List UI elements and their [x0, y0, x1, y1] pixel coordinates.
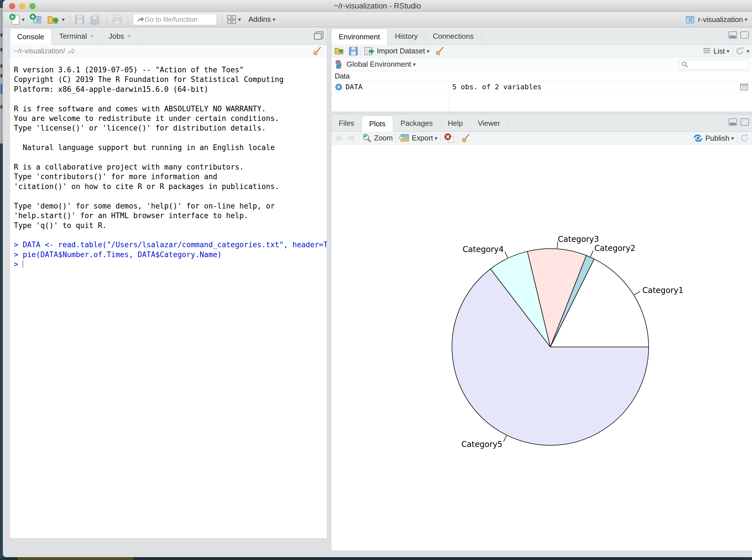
tab-packages-label: Packages [401, 115, 433, 132]
new-file-caret-icon: ▾ [22, 16, 25, 23]
console-output-line: Type 'contributors()' for more informati… [14, 172, 327, 181]
environment-section-header: Data [331, 71, 752, 81]
environment-scope-label[interactable]: Global Environment [347, 60, 411, 69]
toolbar-separator [361, 47, 361, 56]
console-output-line [14, 153, 327, 162]
toolbar-separator [106, 15, 107, 25]
view-table-icon[interactable] [740, 83, 748, 91]
tab-environment[interactable]: Environment [331, 28, 388, 45]
goto-file-box[interactable] [133, 14, 217, 25]
import-dataset-button[interactable]: Import Dataset ▾ [364, 46, 430, 56]
plots-pane: Files Plots Packages Help Viewer [331, 114, 752, 552]
new-project-button[interactable]: R [28, 13, 43, 26]
tab-viewer[interactable]: Viewer [470, 115, 508, 132]
console-output[interactable]: R version 3.6.1 (2019-07-05) -- "Action … [9, 58, 327, 539]
background-selection-fragment [1, 84, 2, 94]
publish-label[interactable]: Publish [705, 134, 729, 143]
console-maximize-icon[interactable] [314, 32, 323, 40]
save-button[interactable] [74, 13, 86, 26]
tab-terminal-close-icon[interactable]: × [90, 33, 94, 40]
print-button[interactable] [110, 13, 124, 26]
tab-jobs-close-icon[interactable]: × [127, 33, 131, 40]
next-plot-button[interactable] [347, 134, 356, 142]
export-icon [399, 134, 409, 143]
pie-chart: Category1Category2Category3Category4Cate… [331, 145, 752, 551]
tab-connections[interactable]: Connections [425, 28, 481, 44]
remove-plot-button[interactable] [444, 133, 455, 143]
pane-layout-button[interactable]: ▾ [226, 13, 242, 26]
export-caret-icon: ▾ [435, 135, 438, 142]
tab-console[interactable]: Console [9, 28, 52, 45]
tab-history[interactable]: History [388, 28, 425, 44]
tab-environment-label: Environment [339, 28, 380, 45]
save-workspace-button[interactable] [349, 47, 358, 56]
list-view-label[interactable]: List [713, 47, 725, 56]
clear-plots-button[interactable] [461, 133, 471, 143]
previous-plot-button[interactable] [334, 134, 344, 142]
plots-minimize-icon[interactable] [729, 118, 737, 126]
list-view-icon [703, 47, 711, 55]
console-output-line [14, 94, 327, 104]
clear-console-button[interactable] [312, 46, 322, 56]
console-output-line: Type 'q()' to quit R. [14, 221, 327, 230]
background-fragment [1, 33, 2, 37]
toolbar-separator [737, 134, 737, 143]
refresh-plot-button[interactable] [740, 134, 749, 143]
titlebar[interactable]: ~/r-visualization - RStudio [3, 0, 752, 12]
refresh-caret-icon[interactable]: ▾ [747, 48, 749, 55]
export-plot-button[interactable]: Export ▾ [399, 134, 437, 143]
environment-search-input[interactable] [689, 61, 743, 69]
tab-plots[interactable]: Plots [362, 116, 393, 132]
goto-directory-icon[interactable] [68, 47, 76, 55]
zoom-plot-button[interactable]: Zoom [362, 133, 393, 143]
publish-caret-icon[interactable]: ▾ [731, 135, 734, 142]
expand-object-icon[interactable] [335, 83, 343, 91]
addins-button[interactable]: Addins ▾ [245, 13, 277, 26]
tab-help[interactable]: Help [441, 115, 470, 132]
console-output-line: 'help.start()' for an HTML browser inter… [14, 211, 327, 220]
goto-file-input[interactable] [145, 16, 210, 23]
object-name: DATA [345, 83, 362, 91]
new-file-icon [9, 14, 20, 25]
environment-scope-caret-icon[interactable]: ▾ [413, 61, 415, 68]
tab-jobs[interactable]: Jobs × [101, 28, 139, 44]
pie-label-category3: Category3 [558, 235, 599, 244]
new-file-button[interactable]: ▾ [8, 13, 26, 26]
clear-environment-button[interactable] [435, 46, 445, 56]
pane-layout-caret-icon: ▾ [238, 16, 241, 23]
pie-label-category2: Category2 [594, 243, 636, 253]
toolbar-separator [222, 15, 222, 25]
project-chooser-button[interactable]: R r-visualization ▾ [685, 12, 748, 27]
plots-maximize-icon[interactable] [740, 118, 749, 126]
desktop-bottom-accent [18, 557, 133, 560]
list-view-caret-icon[interactable]: ▾ [727, 48, 729, 55]
console-output-line [14, 230, 327, 240]
addins-label: Addins [248, 15, 271, 24]
environment-search-box[interactable] [679, 60, 749, 69]
console-output-line: Platform: x86_64-apple-darwin15.6.0 (64-… [14, 84, 327, 94]
open-folder-icon [47, 14, 60, 25]
pie-label-tick [634, 291, 640, 295]
save-all-icon [90, 14, 102, 25]
tab-packages[interactable]: Packages [393, 115, 441, 132]
tab-viewer-label: Viewer [478, 115, 500, 132]
environment-pane: Environment History Connections [331, 27, 752, 111]
import-dataset-caret-icon: ▾ [427, 48, 430, 55]
toolbar-separator [69, 15, 70, 25]
environment-maximize-icon[interactable] [740, 32, 749, 39]
tab-files[interactable]: Files [331, 115, 362, 132]
console-pane: Console Terminal × Jobs × ~/r-visualizat… [9, 27, 327, 552]
refresh-environment-button[interactable] [735, 47, 745, 56]
environment-object-row[interactable]: DATA 5 obs. of 2 variables [331, 81, 752, 93]
tab-terminal[interactable]: Terminal × [52, 28, 101, 44]
zoom-icon [362, 133, 372, 143]
load-workspace-button[interactable] [334, 46, 345, 56]
desktop-bottom-strip [0, 557, 752, 560]
environment-minimize-icon[interactable] [729, 32, 737, 39]
pie-label-category5: Category5 [461, 440, 503, 449]
tab-history-label: History [395, 28, 418, 44]
working-directory-label: ~/r-visualization/ [14, 47, 65, 55]
save-icon [75, 15, 85, 25]
open-file-button[interactable]: ▾ [46, 13, 66, 26]
save-all-button[interactable] [89, 13, 103, 26]
